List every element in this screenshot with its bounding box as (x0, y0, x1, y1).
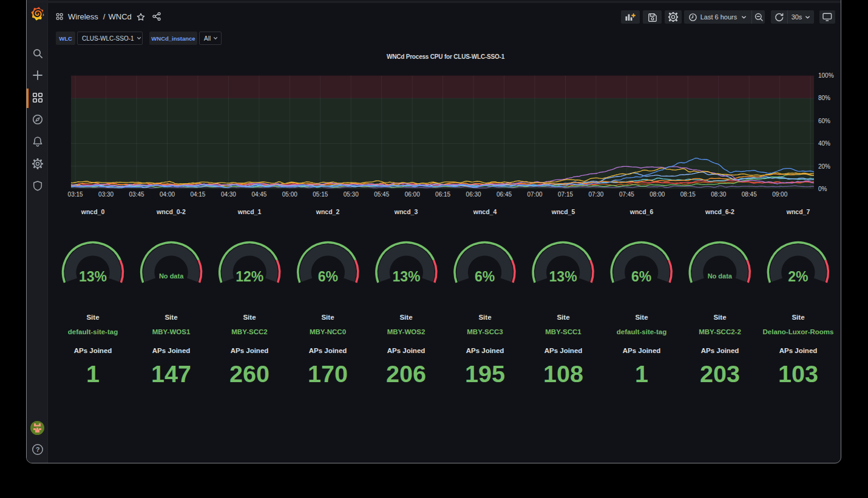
svg-text:09:00: 09:00 (772, 191, 787, 198)
svg-text:6%: 6% (631, 269, 651, 283)
svg-text:03:15: 03:15 (68, 191, 83, 198)
svg-text:6%: 6% (318, 269, 338, 283)
svg-text:07:00: 07:00 (527, 191, 542, 198)
svg-text:2%: 2% (788, 269, 808, 283)
svg-text:05:30: 05:30 (344, 191, 359, 198)
svg-text:06:15: 06:15 (435, 191, 450, 198)
svg-text:13%: 13% (79, 269, 107, 283)
svg-text:6%: 6% (475, 269, 495, 283)
svg-text:05:00: 05:00 (282, 191, 297, 198)
svg-text:03:30: 03:30 (98, 191, 114, 198)
svg-text:06:45: 06:45 (497, 191, 512, 198)
svg-text:04:30: 04:30 (221, 191, 236, 198)
svg-text:13%: 13% (549, 269, 577, 283)
svg-text:05:15: 05:15 (313, 191, 328, 198)
svg-text:No data: No data (708, 272, 733, 280)
svg-text:06:30: 06:30 (466, 191, 481, 198)
svg-text:07:30: 07:30 (588, 191, 603, 198)
svg-text:80%: 80% (818, 95, 830, 101)
svg-text:04:15: 04:15 (190, 191, 205, 198)
svg-text:13%: 13% (392, 269, 420, 283)
svg-text:12%: 12% (236, 269, 263, 283)
svg-text:100%: 100% (818, 72, 834, 79)
svg-text:08:45: 08:45 (742, 191, 757, 198)
svg-text:60%: 60% (818, 118, 830, 124)
svg-text:03:45: 03:45 (129, 191, 144, 198)
svg-text:07:45: 07:45 (619, 191, 634, 198)
svg-text:06:00: 06:00 (405, 191, 420, 198)
svg-text:08:30: 08:30 (711, 191, 726, 198)
svg-text:40%: 40% (818, 140, 830, 147)
svg-text:20%: 20% (818, 163, 830, 170)
svg-text:0%: 0% (818, 186, 827, 192)
svg-text:04:00: 04:00 (160, 191, 175, 198)
svg-text:07:15: 07:15 (558, 191, 573, 198)
svg-text:?: ? (35, 446, 39, 453)
svg-text:05:45: 05:45 (374, 191, 389, 198)
svg-text:04:45: 04:45 (251, 191, 266, 198)
svg-text:No data: No data (159, 272, 184, 280)
svg-text:08:00: 08:00 (649, 191, 665, 198)
svg-text:08:15: 08:15 (680, 191, 696, 198)
